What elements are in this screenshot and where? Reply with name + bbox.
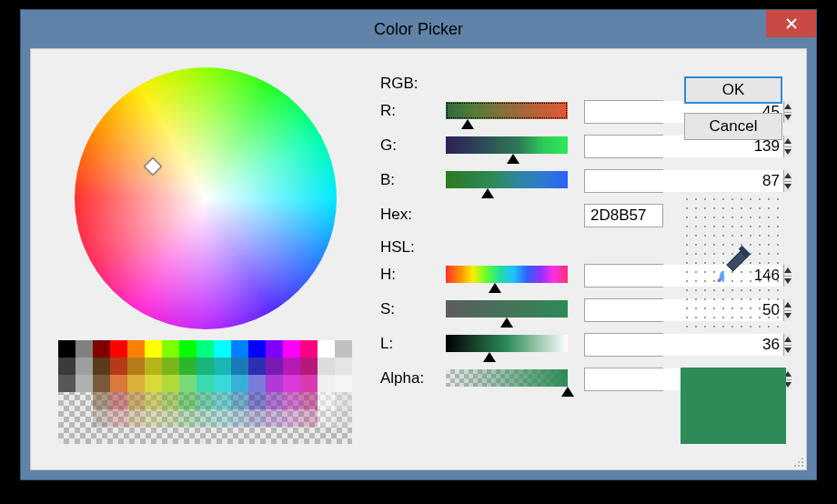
palette-swatch[interactable]	[318, 375, 335, 392]
spin-h[interactable]	[584, 264, 663, 287]
palette-swatch[interactable]	[110, 340, 127, 358]
cancel-button[interactable]: Cancel	[684, 113, 782, 140]
palette-swatch[interactable]	[335, 409, 352, 427]
titlebar[interactable]: Color Picker	[21, 10, 816, 48]
eyedropper-zone[interactable]	[681, 193, 786, 333]
palette-swatch[interactable]	[76, 392, 93, 409]
input-l[interactable]	[585, 334, 783, 356]
palette-swatch[interactable]	[93, 427, 110, 444]
slider-g-thumb[interactable]	[507, 154, 519, 164]
palette-swatch[interactable]	[283, 358, 300, 375]
palette-swatch[interactable]	[283, 392, 300, 409]
palette-swatch[interactable]	[110, 427, 127, 444]
slider-g[interactable]	[446, 136, 568, 154]
palette-swatch[interactable]	[58, 427, 76, 444]
spin-g[interactable]	[584, 135, 663, 158]
palette-swatch[interactable]	[266, 358, 283, 375]
input-b[interactable]	[585, 170, 783, 192]
palette-swatch[interactable]	[179, 392, 197, 409]
palette-swatch[interactable]	[127, 427, 145, 444]
slider-l-thumb[interactable]	[483, 352, 496, 362]
palette-swatch[interactable]	[266, 375, 283, 392]
palette-swatch[interactable]	[93, 340, 110, 358]
palette-swatch[interactable]	[248, 409, 266, 427]
palette-swatch[interactable]	[127, 409, 145, 427]
palette-swatch[interactable]	[179, 427, 197, 444]
spin-r-up[interactable]	[784, 101, 792, 113]
palette-swatch[interactable]	[162, 427, 179, 444]
palette-swatch[interactable]	[231, 340, 248, 358]
spin-l-down[interactable]	[784, 346, 792, 357]
slider-s-thumb[interactable]	[500, 318, 513, 328]
palette-swatch[interactable]	[248, 392, 266, 409]
palette-swatch[interactable]	[162, 358, 179, 375]
palette-swatch[interactable]	[145, 375, 162, 392]
palette-swatch[interactable]	[248, 375, 266, 392]
spin-g-up[interactable]	[784, 136, 792, 147]
palette-swatch[interactable]	[231, 358, 248, 375]
palette-swatch[interactable]	[162, 409, 179, 427]
spin-alpha[interactable]	[584, 368, 663, 391]
palette-swatch[interactable]	[214, 392, 231, 409]
palette-swatch[interactable]	[300, 409, 318, 427]
color-wheel-marker[interactable]	[144, 158, 162, 176]
close-button[interactable]	[766, 10, 816, 37]
palette-swatch[interactable]	[76, 375, 93, 392]
palette-swatch[interactable]	[335, 375, 352, 392]
palette-swatch[interactable]	[110, 392, 127, 409]
palette-swatch[interactable]	[58, 392, 76, 409]
palette-swatch[interactable]	[127, 375, 145, 392]
spin-r-down[interactable]	[784, 113, 792, 124]
palette-swatch[interactable]	[248, 340, 266, 358]
color-wheel[interactable]	[75, 67, 337, 329]
slider-r[interactable]	[446, 102, 568, 119]
palette-swatch[interactable]	[76, 427, 93, 444]
slider-b-thumb[interactable]	[481, 188, 494, 198]
palette-swatch[interactable]	[231, 392, 248, 409]
palette-swatch[interactable]	[266, 427, 283, 444]
palette-swatch[interactable]	[300, 392, 318, 409]
ok-button[interactable]: OK	[684, 76, 782, 104]
slider-l[interactable]	[446, 335, 568, 352]
palette-swatch[interactable]	[58, 409, 76, 427]
palette-swatch[interactable]	[127, 358, 145, 375]
palette-swatch[interactable]	[179, 375, 197, 392]
palette-swatch[interactable]	[93, 409, 110, 427]
spin-b[interactable]	[584, 169, 663, 193]
palette-swatch[interactable]	[162, 340, 179, 358]
slider-h-thumb[interactable]	[489, 283, 501, 293]
spin-b-up[interactable]	[784, 170, 792, 182]
palette-swatch[interactable]	[283, 427, 300, 444]
palette-swatch[interactable]	[76, 409, 93, 427]
palette-swatch[interactable]	[76, 358, 93, 375]
palette-swatch[interactable]	[335, 358, 352, 375]
slider-h[interactable]	[446, 266, 568, 283]
palette-swatch[interactable]	[127, 340, 145, 358]
palette-swatch[interactable]	[231, 409, 248, 427]
palette-swatch[interactable]	[179, 340, 197, 358]
input-hex[interactable]	[584, 204, 663, 227]
palette-swatch[interactable]	[335, 392, 352, 409]
palette-swatch[interactable]	[266, 409, 283, 427]
palette-swatch[interactable]	[318, 392, 335, 409]
palette-swatch[interactable]	[58, 340, 76, 358]
palette-swatch[interactable]	[145, 358, 162, 375]
palette-swatch[interactable]	[214, 375, 231, 392]
palette-swatch[interactable]	[93, 375, 110, 392]
slider-b[interactable]	[446, 171, 568, 188]
palette-swatch[interactable]	[110, 358, 127, 375]
palette-swatch[interactable]	[214, 340, 231, 358]
palette-swatch[interactable]	[162, 392, 179, 409]
palette-swatch[interactable]	[197, 427, 214, 444]
slider-r-thumb[interactable]	[461, 119, 474, 129]
palette-swatch[interactable]	[231, 427, 248, 444]
palette-swatch[interactable]	[145, 392, 162, 409]
color-palette[interactable]	[58, 340, 352, 444]
slider-alpha-thumb[interactable]	[561, 387, 574, 397]
palette-swatch[interactable]	[197, 358, 214, 375]
palette-swatch[interactable]	[127, 392, 145, 409]
palette-swatch[interactable]	[335, 340, 352, 358]
palette-swatch[interactable]	[110, 375, 127, 392]
palette-swatch[interactable]	[300, 375, 318, 392]
palette-swatch[interactable]	[58, 375, 76, 392]
